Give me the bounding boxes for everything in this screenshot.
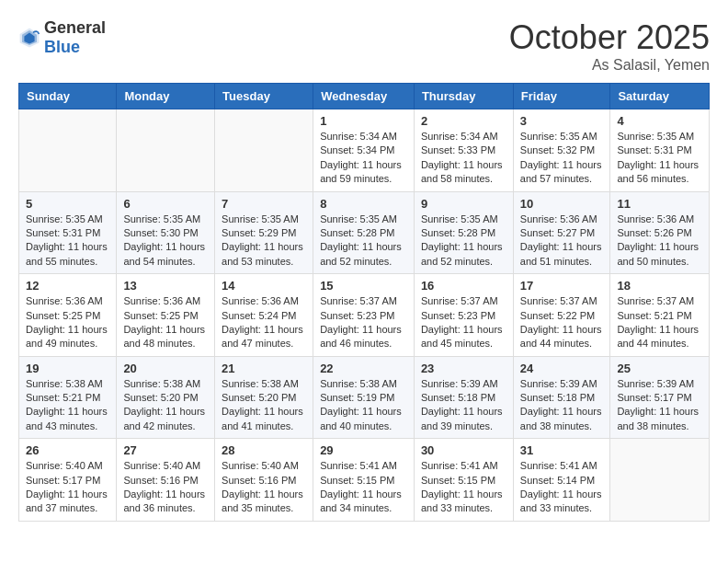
calendar-cell: 22Sunrise: 5:38 AM Sunset: 5:19 PM Dayli…: [313, 356, 415, 439]
calendar-cell: 1Sunrise: 5:34 AM Sunset: 5:34 PM Daylig…: [313, 109, 415, 192]
day-info: Sunrise: 5:41 AM Sunset: 5:14 PM Dayligh…: [520, 459, 604, 516]
weekday-header-saturday: Saturday: [610, 84, 710, 109]
calendar-table: SundayMondayTuesdayWednesdayThursdayFrid…: [18, 83, 710, 522]
calendar-cell: 5Sunrise: 5:35 AM Sunset: 5:31 PM Daylig…: [19, 191, 117, 274]
calendar-cell: 14Sunrise: 5:36 AM Sunset: 5:24 PM Dayli…: [215, 274, 313, 357]
calendar-week-row: 12Sunrise: 5:36 AM Sunset: 5:25 PM Dayli…: [19, 274, 710, 357]
calendar-cell: [117, 109, 215, 192]
calendar-cell: 24Sunrise: 5:39 AM Sunset: 5:18 PM Dayli…: [513, 356, 610, 439]
day-info: Sunrise: 5:36 AM Sunset: 5:25 PM Dayligh…: [123, 294, 208, 351]
weekday-header-row: SundayMondayTuesdayWednesdayThursdayFrid…: [19, 84, 710, 109]
logo-icon: [18, 27, 40, 49]
day-info: Sunrise: 5:39 AM Sunset: 5:18 PM Dayligh…: [421, 377, 506, 434]
calendar-cell: 8Sunrise: 5:35 AM Sunset: 5:28 PM Daylig…: [313, 191, 415, 274]
calendar-week-row: 19Sunrise: 5:38 AM Sunset: 5:21 PM Dayli…: [19, 356, 710, 439]
day-info: Sunrise: 5:36 AM Sunset: 5:25 PM Dayligh…: [26, 294, 109, 351]
calendar-cell: 9Sunrise: 5:35 AM Sunset: 5:28 PM Daylig…: [414, 191, 513, 274]
day-number: 11: [617, 197, 702, 211]
day-number: 6: [123, 197, 208, 211]
day-info: Sunrise: 5:41 AM Sunset: 5:15 PM Dayligh…: [320, 459, 407, 516]
calendar-cell: 13Sunrise: 5:36 AM Sunset: 5:25 PM Dayli…: [117, 274, 215, 357]
day-number: 4: [617, 114, 702, 128]
day-info: Sunrise: 5:40 AM Sunset: 5:16 PM Dayligh…: [123, 459, 208, 516]
day-info: Sunrise: 5:34 AM Sunset: 5:33 PM Dayligh…: [421, 130, 506, 187]
weekday-header-monday: Monday: [117, 84, 215, 109]
day-info: Sunrise: 5:34 AM Sunset: 5:34 PM Dayligh…: [320, 130, 407, 187]
calendar-cell: 21Sunrise: 5:38 AM Sunset: 5:20 PM Dayli…: [215, 356, 313, 439]
day-number: 23: [421, 362, 506, 375]
day-number: 30: [421, 443, 506, 457]
calendar-cell: 23Sunrise: 5:39 AM Sunset: 5:18 PM Dayli…: [414, 356, 513, 439]
day-info: Sunrise: 5:38 AM Sunset: 5:20 PM Dayligh…: [123, 377, 208, 434]
day-number: 2: [421, 114, 506, 128]
day-info: Sunrise: 5:35 AM Sunset: 5:29 PM Dayligh…: [222, 213, 306, 270]
day-number: 12: [26, 279, 109, 293]
day-number: 19: [26, 362, 109, 375]
calendar-cell: 10Sunrise: 5:36 AM Sunset: 5:27 PM Dayli…: [513, 191, 610, 274]
weekday-header-wednesday: Wednesday: [313, 84, 415, 109]
day-number: 15: [320, 279, 407, 293]
calendar-cell: 20Sunrise: 5:38 AM Sunset: 5:20 PM Dayli…: [117, 356, 215, 439]
day-number: 5: [26, 197, 109, 211]
day-number: 27: [123, 443, 208, 457]
day-number: 25: [617, 362, 702, 375]
calendar-cell: [215, 109, 313, 192]
day-number: 14: [222, 279, 306, 293]
weekday-header-tuesday: Tuesday: [215, 84, 313, 109]
day-number: 3: [520, 114, 604, 128]
day-info: Sunrise: 5:38 AM Sunset: 5:20 PM Dayligh…: [222, 377, 306, 434]
day-info: Sunrise: 5:35 AM Sunset: 5:30 PM Dayligh…: [123, 213, 208, 270]
day-info: Sunrise: 5:39 AM Sunset: 5:17 PM Dayligh…: [617, 377, 702, 434]
calendar-week-row: 26Sunrise: 5:40 AM Sunset: 5:17 PM Dayli…: [19, 439, 710, 522]
day-number: 7: [222, 197, 306, 211]
day-number: 16: [421, 279, 506, 293]
day-info: Sunrise: 5:37 AM Sunset: 5:23 PM Dayligh…: [421, 294, 506, 351]
calendar-cell: 18Sunrise: 5:37 AM Sunset: 5:21 PM Dayli…: [610, 274, 710, 357]
calendar-cell: [19, 109, 117, 192]
day-info: Sunrise: 5:38 AM Sunset: 5:19 PM Dayligh…: [320, 377, 407, 434]
page-header: General Blue October 2025 As Salasil, Ye…: [18, 18, 710, 74]
day-number: 8: [320, 197, 407, 211]
day-number: 20: [123, 362, 208, 375]
day-number: 28: [222, 443, 306, 457]
location-subtitle: As Salasil, Yemen: [509, 57, 710, 74]
day-info: Sunrise: 5:40 AM Sunset: 5:16 PM Dayligh…: [222, 459, 306, 516]
day-info: Sunrise: 5:36 AM Sunset: 5:27 PM Dayligh…: [520, 213, 604, 270]
logo-name: General Blue: [44, 18, 106, 57]
day-number: 10: [520, 197, 604, 211]
calendar-week-row: 5Sunrise: 5:35 AM Sunset: 5:31 PM Daylig…: [19, 191, 710, 274]
day-info: Sunrise: 5:36 AM Sunset: 5:26 PM Dayligh…: [617, 213, 702, 270]
day-info: Sunrise: 5:40 AM Sunset: 5:17 PM Dayligh…: [26, 459, 109, 516]
day-info: Sunrise: 5:37 AM Sunset: 5:23 PM Dayligh…: [320, 294, 407, 351]
day-info: Sunrise: 5:37 AM Sunset: 5:21 PM Dayligh…: [617, 294, 702, 351]
calendar-cell: 28Sunrise: 5:40 AM Sunset: 5:16 PM Dayli…: [215, 439, 313, 522]
day-info: Sunrise: 5:41 AM Sunset: 5:15 PM Dayligh…: [421, 459, 506, 516]
day-number: 17: [520, 279, 604, 293]
day-number: 1: [320, 114, 407, 128]
day-info: Sunrise: 5:35 AM Sunset: 5:28 PM Dayligh…: [320, 213, 407, 270]
calendar-cell: 4Sunrise: 5:35 AM Sunset: 5:31 PM Daylig…: [610, 109, 710, 192]
calendar-cell: 27Sunrise: 5:40 AM Sunset: 5:16 PM Dayli…: [117, 439, 215, 522]
calendar-cell: 6Sunrise: 5:35 AM Sunset: 5:30 PM Daylig…: [117, 191, 215, 274]
calendar-cell: 16Sunrise: 5:37 AM Sunset: 5:23 PM Dayli…: [414, 274, 513, 357]
title-block: October 2025 As Salasil, Yemen: [509, 18, 710, 74]
calendar-cell: 26Sunrise: 5:40 AM Sunset: 5:17 PM Dayli…: [19, 439, 117, 522]
calendar-cell: 29Sunrise: 5:41 AM Sunset: 5:15 PM Dayli…: [313, 439, 415, 522]
calendar-week-row: 1Sunrise: 5:34 AM Sunset: 5:34 PM Daylig…: [19, 109, 710, 192]
calendar-cell: 11Sunrise: 5:36 AM Sunset: 5:26 PM Dayli…: [610, 191, 710, 274]
day-info: Sunrise: 5:35 AM Sunset: 5:31 PM Dayligh…: [26, 213, 109, 270]
calendar-cell: 19Sunrise: 5:38 AM Sunset: 5:21 PM Dayli…: [19, 356, 117, 439]
calendar-cell: 7Sunrise: 5:35 AM Sunset: 5:29 PM Daylig…: [215, 191, 313, 274]
calendar-cell: 2Sunrise: 5:34 AM Sunset: 5:33 PM Daylig…: [414, 109, 513, 192]
calendar-cell: 3Sunrise: 5:35 AM Sunset: 5:32 PM Daylig…: [513, 109, 610, 192]
day-number: 21: [222, 362, 306, 375]
calendar-cell: 31Sunrise: 5:41 AM Sunset: 5:14 PM Dayli…: [513, 439, 610, 522]
calendar-cell: 15Sunrise: 5:37 AM Sunset: 5:23 PM Dayli…: [313, 274, 415, 357]
logo: General Blue: [18, 18, 106, 57]
day-number: 13: [123, 279, 208, 293]
month-title: October 2025: [509, 18, 710, 57]
day-number: 29: [320, 443, 407, 457]
day-number: 22: [320, 362, 407, 375]
calendar-cell: [610, 439, 710, 522]
calendar-cell: 17Sunrise: 5:37 AM Sunset: 5:22 PM Dayli…: [513, 274, 610, 357]
